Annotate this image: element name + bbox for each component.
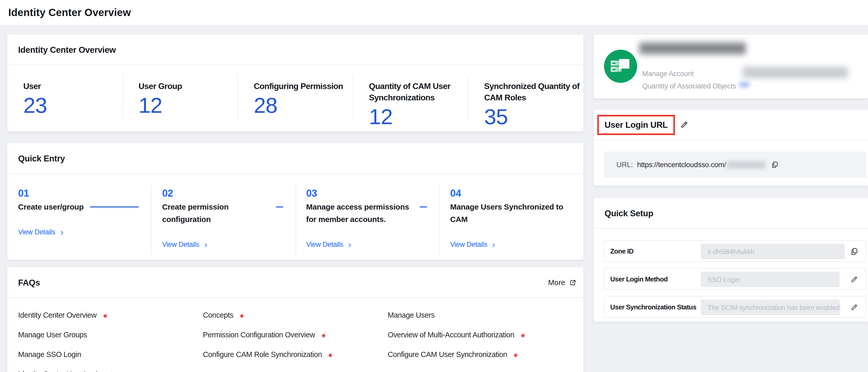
step-1-title: Create user/group: [18, 201, 84, 213]
user-login-method-field: SSO Login: [701, 272, 840, 287]
stat-cam-roles-synced: Synchronized Quantity of CAM Roles 35: [468, 65, 583, 131]
chevron-right-icon: [204, 242, 209, 248]
user-sync-status-value: The SCIM synchronization has been enable…: [708, 304, 842, 311]
faq-item[interactable]: Configure CAM User Synchronization: [388, 349, 572, 360]
account-name-redacted: [639, 42, 746, 54]
stat-user-label: User: [23, 81, 122, 92]
faq-item[interactable]: Concepts: [203, 310, 388, 320]
step-connector-line: [420, 207, 427, 208]
step-4-view-details-link[interactable]: View Details: [450, 240, 584, 250]
faqs-card-title: FAQs: [18, 278, 40, 287]
faq-item[interactable]: Manage SSO Login: [18, 349, 203, 360]
url-suffix-redacted: [726, 161, 765, 168]
faqs-column-3: Manage Users Overview of Multi-Account A…: [388, 310, 572, 372]
quick-entry-step-1: 01 Create user/group View Details: [7, 174, 151, 259]
associated-objects-count-redacted[interactable]: [739, 82, 749, 87]
hot-flame-icon: [327, 351, 334, 359]
zone-id-row: Zone ID z-dh5i84h4ukkh: [604, 240, 866, 262]
annotation-highlight-box: User Login URL: [597, 115, 675, 135]
stat-cam-user-syncs-value: 12: [369, 105, 468, 129]
hot-flame-icon: [320, 331, 327, 339]
step-3-view-details-link[interactable]: View Details: [306, 240, 439, 250]
chevron-right-icon: [59, 230, 64, 235]
faqs-more-label: More: [548, 278, 565, 287]
overview-card: Identity Center Overview User 23 User Gr…: [7, 35, 583, 131]
stat-user: User 23: [7, 65, 122, 131]
stat-user-value: 23: [23, 94, 122, 118]
chevron-right-icon: [347, 242, 352, 248]
quick-entry-step-4: 04 Manage Users Synchronized to CAM View…: [439, 174, 584, 259]
overview-card-header: Identity Center Overview: [7, 35, 583, 65]
step-2-view-details-link[interactable]: View Details: [162, 240, 296, 250]
faq-item-label: Manage User Groups: [18, 330, 87, 340]
hot-flame-icon: [519, 331, 526, 339]
view-details-label: View Details: [306, 240, 343, 250]
faq-item[interactable]: Configure CAM Role Synchronization: [203, 349, 388, 360]
quick-entry-steps: 01 Create user/group View Details 02 Cre…: [7, 174, 583, 259]
account-card: Manage Account Quantity of Associated Ob…: [594, 35, 868, 98]
faq-item-label: Overview of Multi-Account Authorization: [388, 330, 514, 340]
overview-stats-row: User 23 User Group 12 Configuring Permis…: [7, 65, 583, 131]
chevron-right-icon: [492, 242, 497, 248]
faq-item[interactable]: Permission Configuration Overview: [203, 330, 388, 340]
step-1-view-details-link[interactable]: View Details: [18, 227, 151, 238]
stat-user-group-value: 12: [138, 94, 238, 118]
stat-user-group: User Group 12: [122, 65, 238, 131]
step-4-number: 04: [450, 188, 584, 199]
faq-item-label: Configure CAM Role Synchronization: [203, 349, 322, 360]
faqs-card-header: FAQs More: [7, 268, 583, 298]
stat-user-group-label: User Group: [138, 81, 238, 92]
manage-account-value-redacted: [743, 67, 848, 78]
user-sync-status-edit-button[interactable]: [850, 303, 859, 311]
faqs-list: Identity Center Overview Manage User Gro…: [7, 298, 583, 372]
url-label: URL:: [616, 160, 633, 169]
zone-id-field: z-dh5i84h4ukkh: [701, 244, 845, 259]
user-login-url-title: User Login URL: [604, 120, 668, 130]
step-connector-line: [276, 207, 283, 208]
identity-center-overview-page: Identity Center Overview Identity Center…: [0, 0, 868, 372]
account-avatar: [604, 50, 637, 83]
faq-item-label: Concepts: [203, 310, 234, 320]
faq-item[interactable]: Manage Users: [388, 310, 572, 320]
step-1-number: 01: [18, 188, 151, 199]
copy-icon[interactable]: [771, 161, 778, 168]
step-3-number: 03: [306, 188, 439, 199]
step-2-title: Create permission configuration: [162, 201, 270, 225]
quick-setup-title: Quick Setup: [604, 208, 653, 218]
hot-flame-icon: [513, 351, 519, 359]
faq-item[interactable]: Identity Center Overview: [18, 310, 203, 320]
step-2-number: 02: [162, 188, 296, 199]
page-header: Identity Center Overview: [0, 0, 868, 25]
quick-entry-card-title: Quick Entry: [18, 153, 65, 163]
edit-pencil-icon[interactable]: [680, 121, 688, 129]
user-login-method-edit-button[interactable]: [850, 275, 859, 283]
faqs-column-1: Identity Center Overview Manage User Gro…: [18, 310, 203, 372]
view-details-label: View Details: [162, 240, 199, 250]
step-3-title: Manage access permissions for member acc…: [306, 201, 413, 225]
faqs-more-link[interactable]: More: [548, 278, 576, 287]
stat-cam-user-syncs: Quantity of CAM User Synchronizations 12: [353, 65, 468, 131]
page-title: Identity Center Overview: [8, 6, 131, 19]
copy-icon: [850, 247, 858, 256]
faqs-column-2: Concepts Permission Configuration Overvi…: [203, 310, 388, 372]
user-login-method-value: SSO Login: [708, 276, 740, 283]
view-details-label: View Details: [18, 227, 55, 238]
faq-item[interactable]: Identity Center User Login: [18, 369, 203, 372]
stat-cam-user-syncs-label: Quantity of CAM User Synchronizations: [369, 81, 468, 103]
hot-flame-icon: [102, 311, 108, 319]
associated-objects-label: Quantity of Associated Objects: [642, 81, 736, 92]
user-sync-status-row: User Synchronization Status The SCIM syn…: [604, 296, 866, 318]
login-url-field: URL: https://tencentcloudsso.com/: [604, 152, 866, 178]
external-link-icon: [569, 279, 576, 286]
edit-pencil-icon: [850, 275, 858, 283]
quick-entry-step-3: 03 Manage access permissions for member …: [295, 174, 439, 259]
faq-item[interactable]: Manage User Groups: [18, 330, 203, 340]
faq-item-label: Configure CAM User Synchronization: [388, 349, 507, 360]
zone-id-copy-button[interactable]: [850, 247, 859, 256]
faq-item[interactable]: Overview of Multi-Account Authorization: [388, 330, 572, 340]
user-sync-status-field: The SCIM synchronization has been enable…: [701, 300, 840, 315]
zone-id-label: Zone ID: [610, 247, 633, 255]
user-login-url-card: User Login URL URL: https://tencentcloud…: [594, 110, 868, 186]
server-message-icon: [610, 57, 631, 75]
view-details-label: View Details: [450, 240, 487, 250]
